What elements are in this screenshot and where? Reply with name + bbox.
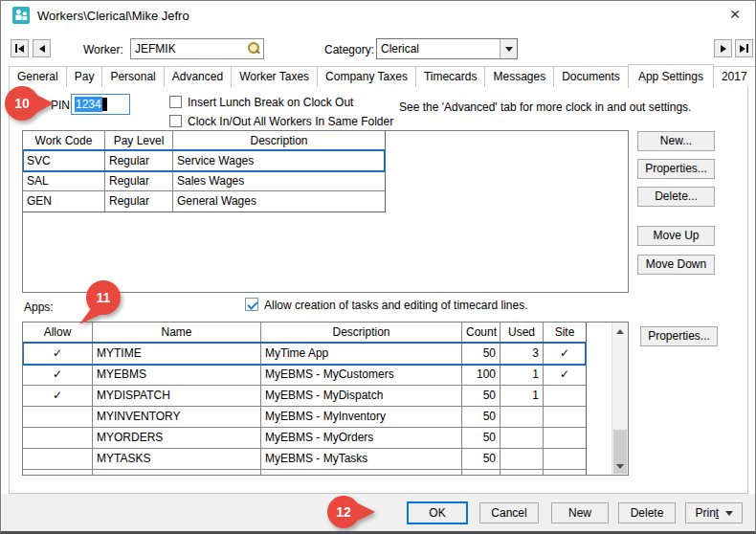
cell-used: 3 <box>500 344 544 365</box>
allow-check-icon: ✓ <box>23 365 93 386</box>
advanced-note: See the 'Advanced' tab for more clock in… <box>399 100 691 114</box>
app-row-myebms[interactable]: ✓ MYEBMS MyEBMS - MyCustomers 100 1 ✓ <box>23 365 586 386</box>
category-value: Clerical <box>377 42 500 56</box>
allow-check-icon: ✓ <box>23 386 93 407</box>
new-button[interactable]: New <box>551 502 609 523</box>
app-row-mytimeclock[interactable]: MYTIMECLOCK MyEBMS - MyTimeClock 100 ✓ <box>23 470 586 476</box>
next-record-button[interactable] <box>714 39 732 57</box>
allow-check-icon <box>23 470 93 476</box>
clock-all-label: Clock In/Out All Workers In Same Folder <box>188 115 393 128</box>
cell-name: MYEBMS <box>93 365 261 386</box>
allow-check-icon <box>23 407 93 428</box>
workcode-header-row: Work Code Pay Level Description <box>23 131 385 151</box>
text-caret <box>102 98 107 111</box>
tab-documents[interactable]: Documents <box>553 66 629 87</box>
cell-description: General Wages <box>173 191 385 211</box>
last-record-icon <box>740 45 745 53</box>
apps-scrollbar[interactable] <box>611 323 628 475</box>
tab-app-settings[interactable]: App Settings <box>628 64 714 88</box>
cell-description: Sales Wages <box>173 171 385 191</box>
workcode-row-sal[interactable]: SAL Regular Sales Wages <box>23 171 385 191</box>
cell-name: MYORDERS <box>93 428 261 449</box>
previous-record-button[interactable] <box>33 39 51 57</box>
site-check-icon: ✓ <box>544 344 586 365</box>
tab-worker-taxes[interactable]: Worker Taxes <box>231 66 318 87</box>
app-row-myinventory[interactable]: MYINVENTORY MyEBMS - MyInventory 50 <box>23 407 586 428</box>
cell-name: MYDISPATCH <box>93 386 261 407</box>
cell-description: Service Wages <box>173 151 385 171</box>
scroll-down-icon[interactable] <box>612 458 628 474</box>
ok-button[interactable]: OK <box>407 501 468 524</box>
cell-description: MyEBMS - MyInventory <box>261 407 462 428</box>
last-record-button[interactable] <box>735 39 753 57</box>
tab-pay[interactable]: Pay <box>66 66 103 87</box>
tab-timecards[interactable]: Timecards <box>415 66 486 87</box>
tab-personal[interactable]: Personal <box>101 66 164 87</box>
cell-code: SVC <box>23 151 105 171</box>
cell-code: GEN <box>23 191 105 211</box>
workcode-grid: Work Code Pay Level Description SVC Regu… <box>22 130 386 212</box>
callout-10-number: 10 <box>4 96 40 111</box>
cell-count: 50 <box>462 428 500 449</box>
cell-count: 100 <box>462 365 500 386</box>
workcode-properties-button[interactable]: Properties... <box>637 159 715 179</box>
delete-button[interactable]: Delete <box>618 502 676 523</box>
worker-field-wrap <box>130 38 264 59</box>
close-icon[interactable]: × <box>721 3 749 26</box>
workcode-list: Work Code Pay Level Description SVC Regu… <box>22 130 629 293</box>
move-up-button[interactable]: Move Up <box>637 226 715 246</box>
cancel-button[interactable]: Cancel <box>479 502 539 523</box>
col-pay-level: Pay Level <box>105 131 173 151</box>
lunch-break-label: Insert Lunch Break on Clock Out <box>188 96 353 109</box>
app-row-mytime[interactable]: ✓ MYTIME MyTime App 50 3 ✓ <box>23 344 586 365</box>
cell-count: 50 <box>462 407 500 428</box>
app-row-myorders[interactable]: MYORDERS MyEBMS - MyOrders 50 <box>23 428 586 449</box>
cell-description: MyTime App <box>261 344 462 365</box>
workcode-row-svc[interactable]: SVC Regular Service Wages <box>23 151 385 171</box>
app-row-mydispatch[interactable]: ✓ MYDISPATCH MyEBMS - MyDispatch 50 1 <box>23 386 586 407</box>
workcode-row-gen[interactable]: GEN Regular General Wages <box>23 191 385 211</box>
cell-description: MyEBMS - MyTasks <box>261 449 462 470</box>
col-site: Site <box>544 323 586 344</box>
category-label: Category: <box>324 43 374 56</box>
site-check-icon: ✓ <box>544 470 586 476</box>
print-button[interactable]: Print <box>685 502 743 523</box>
worker-input[interactable] <box>131 42 246 56</box>
tab-2017[interactable]: 2017 <box>713 66 756 87</box>
category-dropdown-button[interactable] <box>500 39 517 58</box>
tab-general[interactable]: General <box>9 66 67 87</box>
apps-grid: Allow Name Description Count Used Site ✓… <box>22 322 587 476</box>
chevron-down-icon <box>505 47 513 52</box>
cell-description: MyEBMS - MyDispatch <box>261 386 462 407</box>
cell-count: 50 <box>462 386 500 407</box>
allow-check-icon <box>23 428 93 449</box>
cell-pay-level: Regular <box>105 151 173 171</box>
tab-advanced[interactable]: Advanced <box>164 66 232 87</box>
scroll-up-icon[interactable] <box>612 323 628 339</box>
category-select[interactable]: Clerical <box>376 38 518 59</box>
apps-properties-button[interactable]: Properties... <box>640 326 718 346</box>
allow-check-icon <box>23 449 93 470</box>
workcode-delete-button[interactable]: Delete... <box>637 187 715 207</box>
search-icon[interactable] <box>246 41 261 56</box>
print-label: Prin <box>695 506 715 520</box>
cell-pay-level: Regular <box>105 171 173 191</box>
cell-used <box>500 470 544 476</box>
callout-10: 10 <box>3 85 56 123</box>
lunch-break-checkbox[interactable] <box>169 96 182 108</box>
clock-all-checkbox[interactable] <box>169 115 182 127</box>
cell-used: 1 <box>500 365 544 386</box>
cell-count: 50 <box>462 449 500 470</box>
tab-messages[interactable]: Messages <box>484 66 554 87</box>
app-row-mytasks[interactable]: MYTASKS MyEBMS - MyTasks 50 <box>23 449 586 470</box>
pin-input[interactable]: 1234 <box>71 94 130 115</box>
workcode-new-button[interactable]: New... <box>637 131 715 151</box>
next-record-icon <box>721 45 726 53</box>
first-record-button[interactable] <box>11 39 29 57</box>
site-check-icon <box>544 449 586 470</box>
tab-company-taxes[interactable]: Company Taxes <box>317 66 416 87</box>
cell-pay-level: Regular <box>105 191 173 211</box>
cell-name: MYTASKS <box>93 449 261 470</box>
allow-tasks-checkbox[interactable] <box>245 298 258 311</box>
move-down-button[interactable]: Move Down <box>637 255 715 275</box>
